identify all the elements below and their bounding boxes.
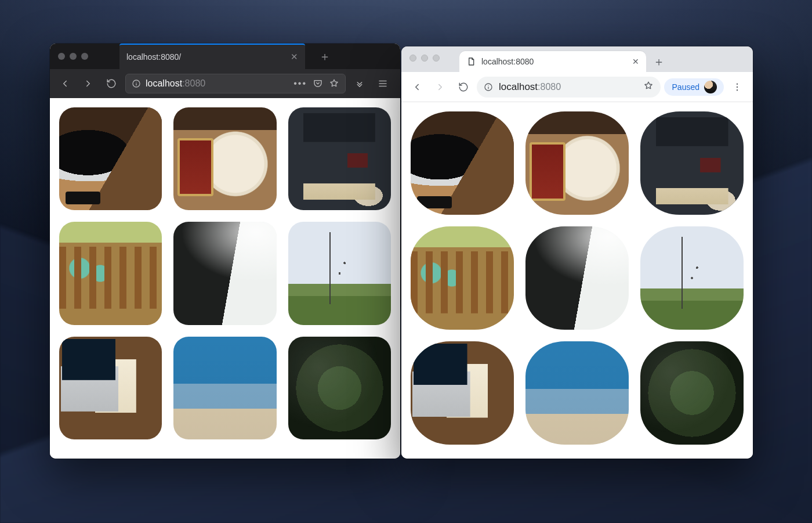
chrome-page-content (401, 102, 753, 459)
paused-label: Paused (672, 82, 699, 92)
browser-tab[interactable]: localhost:8080 ✕ (459, 51, 646, 72)
grid-image[interactable] (525, 226, 629, 330)
grid-image[interactable] (288, 107, 391, 210)
url-text: localhost:8080 (499, 81, 561, 93)
avatar (704, 81, 717, 93)
firefox-page-content (50, 98, 400, 459)
grid-image[interactable] (173, 222, 276, 324)
grid-image[interactable] (59, 107, 162, 210)
grid-image[interactable] (173, 337, 276, 439)
back-button[interactable] (407, 77, 427, 97)
window-minimize-dot[interactable] (70, 53, 77, 60)
menu-button[interactable] (374, 74, 392, 93)
grid-image[interactable] (411, 226, 514, 330)
page-actions-icon[interactable]: ••• (293, 78, 307, 89)
grid-image[interactable] (640, 341, 744, 445)
grid-image[interactable] (525, 341, 629, 445)
site-info-icon[interactable] (484, 82, 493, 92)
forward-button[interactable] (430, 77, 450, 97)
url-text: localhost:8080 (146, 78, 205, 89)
window-close-dot[interactable] (58, 53, 65, 60)
grid-image[interactable] (288, 337, 391, 439)
site-info-icon[interactable] (132, 79, 141, 88)
back-button[interactable] (56, 74, 74, 93)
tab-close-icon[interactable]: ✕ (632, 57, 639, 66)
grid-image[interactable] (640, 226, 744, 330)
window-controls (58, 53, 88, 60)
overflow-button[interactable] (350, 74, 369, 93)
bookmark-star-icon[interactable] (329, 78, 339, 89)
profile-paused-chip[interactable]: Paused (664, 78, 724, 96)
browser-tab[interactable]: localhost:8080/ ✕ (119, 44, 305, 69)
grid-image[interactable] (525, 111, 629, 215)
page-icon (466, 57, 476, 66)
window-zoom-dot[interactable] (433, 55, 440, 62)
grid-image[interactable] (288, 222, 391, 324)
tab-title: localhost:8080 (481, 57, 534, 66)
new-tab-button[interactable]: ＋ (312, 44, 338, 69)
firefox-window: localhost:8080/ ✕ ＋ localhost:8080 ••• (50, 44, 400, 459)
firefox-titlebar: localhost:8080/ ✕ ＋ (50, 44, 400, 69)
bookmark-star-icon[interactable] (643, 81, 654, 93)
grid-image[interactable] (411, 341, 514, 445)
image-grid (401, 102, 753, 454)
tab-close-icon[interactable]: ✕ (291, 52, 298, 62)
address-bar[interactable]: localhost:8080 ••• (125, 74, 346, 93)
window-close-dot[interactable] (409, 55, 416, 62)
reload-button[interactable] (454, 77, 473, 97)
image-grid (50, 98, 400, 449)
chrome-window: localhost:8080 ✕ ＋ localhost:8080 Paused (401, 46, 753, 459)
grid-image[interactable] (411, 111, 514, 215)
svg-point-2 (737, 83, 738, 84)
grid-image[interactable] (640, 111, 744, 215)
grid-image[interactable] (59, 337, 162, 439)
new-tab-button[interactable]: ＋ (650, 52, 668, 71)
window-controls (409, 55, 440, 62)
grid-image[interactable] (59, 222, 162, 324)
pocket-icon[interactable] (313, 78, 323, 89)
chrome-tabstrip: localhost:8080 ✕ ＋ (401, 46, 753, 72)
svg-point-4 (737, 89, 738, 91)
address-bar[interactable]: localhost:8080 (477, 77, 661, 98)
firefox-toolbar: localhost:8080 ••• (50, 69, 400, 98)
svg-point-3 (737, 86, 738, 87)
forward-button[interactable] (79, 74, 97, 93)
reload-button[interactable] (102, 74, 121, 93)
chrome-toolbar: localhost:8080 Paused (401, 72, 753, 102)
window-minimize-dot[interactable] (421, 55, 428, 62)
tab-title: localhost:8080/ (126, 52, 181, 62)
window-zoom-dot[interactable] (81, 53, 88, 60)
menu-button[interactable] (727, 77, 747, 97)
grid-image[interactable] (173, 107, 276, 210)
